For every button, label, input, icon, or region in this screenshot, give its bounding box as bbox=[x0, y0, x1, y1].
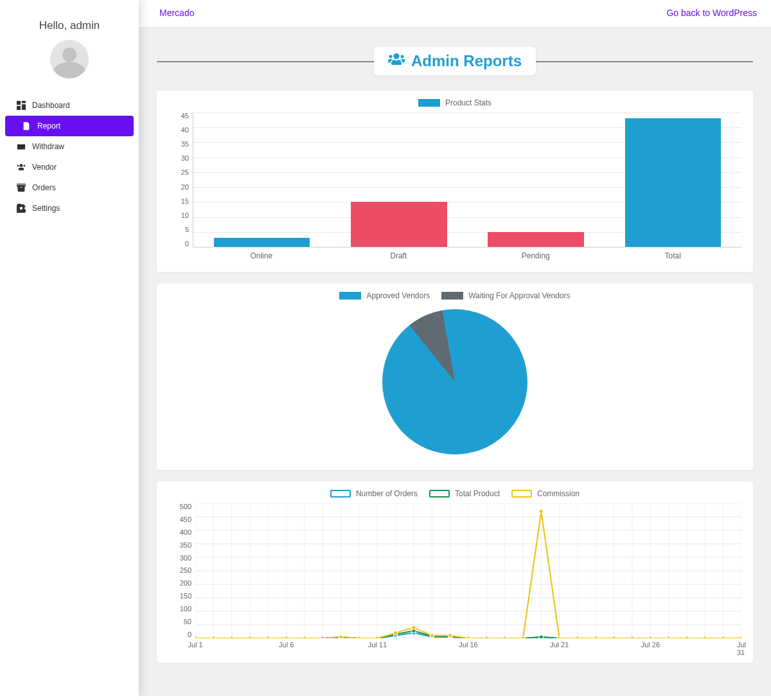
svg-point-124 bbox=[448, 634, 452, 638]
svg-point-128 bbox=[521, 636, 525, 638]
avatar bbox=[50, 40, 89, 78]
users-icon bbox=[388, 52, 405, 70]
svg-rect-2 bbox=[22, 104, 26, 110]
ytick-label: 30 bbox=[168, 155, 193, 162]
bar-cell bbox=[605, 112, 741, 247]
product-stats-card: Product Stats 454035302520151050 OnlineD… bbox=[157, 91, 753, 272]
ytick-label: 45 bbox=[168, 112, 193, 120]
bar bbox=[488, 232, 583, 247]
ytick-label: 20 bbox=[168, 184, 193, 191]
svg-point-130 bbox=[557, 636, 561, 638]
sidebar-item-report[interactable]: Report bbox=[5, 116, 134, 136]
sidebar-item-orders[interactable]: Orders bbox=[0, 177, 139, 198]
sidebar-item-settings[interactable]: Settings bbox=[0, 198, 139, 219]
svg-point-126 bbox=[484, 636, 488, 638]
orders-line-chart: 500450400350300250200150100500 Jul 1Jul … bbox=[168, 503, 741, 651]
sidebar-item-label: Orders bbox=[32, 183, 56, 192]
sidebar-item-label: Vendor bbox=[32, 163, 57, 172]
bar bbox=[214, 238, 310, 247]
legend-swatch-icon bbox=[339, 292, 361, 300]
svg-point-132 bbox=[594, 636, 598, 638]
sidebar-item-label: Report bbox=[37, 121, 60, 130]
ytick-label: 0 bbox=[168, 631, 195, 638]
legend-label: Commission bbox=[537, 489, 580, 498]
brand-link[interactable]: Mercado bbox=[159, 8, 194, 18]
orders-icon bbox=[17, 183, 26, 192]
svg-rect-1 bbox=[22, 101, 26, 103]
svg-rect-5 bbox=[17, 145, 25, 146]
legend-label: Number of Orders bbox=[356, 489, 418, 498]
svg-point-133 bbox=[612, 636, 616, 638]
svg-point-131 bbox=[576, 636, 580, 638]
svg-rect-0 bbox=[17, 101, 21, 105]
xtick-label: Draft bbox=[330, 251, 468, 260]
settings-icon bbox=[17, 204, 26, 213]
xtick-label: Jul 1 bbox=[188, 641, 202, 649]
svg-point-137 bbox=[685, 636, 689, 638]
page-title: Admin Reports bbox=[374, 47, 536, 75]
svg-point-98 bbox=[539, 635, 543, 638]
bar-chart-xaxis: OnlineDraftPendingTotal bbox=[193, 251, 741, 260]
dashboard-icon bbox=[17, 101, 26, 110]
ytick-label: 250 bbox=[168, 567, 195, 574]
pie-chart-wrap bbox=[168, 305, 741, 458]
product-stats-bar-chart: 454035302520151050 OnlineDraftPendingTot… bbox=[168, 112, 741, 260]
sidebar-item-vendor[interactable]: Vendor bbox=[0, 157, 139, 177]
page-title-wrap: Admin Reports bbox=[157, 47, 753, 75]
xtick-label: Jul 21 bbox=[550, 641, 569, 649]
svg-point-123 bbox=[430, 634, 434, 638]
legend-swatch-icon bbox=[511, 490, 532, 498]
back-to-wordpress-link[interactable]: Go back to WordPress bbox=[666, 8, 757, 18]
bar-cell bbox=[330, 112, 467, 247]
ytick-label: 0 bbox=[168, 240, 193, 247]
sidebar: Hello, admin DashboardReportWithdrawVend… bbox=[0, 0, 139, 696]
svg-point-113 bbox=[248, 636, 252, 638]
svg-point-114 bbox=[266, 636, 270, 638]
legend-swatch-icon bbox=[441, 292, 463, 300]
bar bbox=[351, 202, 447, 247]
content: Admin Reports Product Stats 454035302520… bbox=[139, 28, 771, 696]
svg-point-116 bbox=[303, 636, 306, 638]
svg-point-139 bbox=[721, 636, 725, 638]
sidebar-item-withdraw[interactable]: Withdraw bbox=[0, 136, 139, 157]
svg-point-125 bbox=[466, 636, 470, 638]
ytick-label: 350 bbox=[168, 542, 195, 549]
sidebar-item-label: Withdraw bbox=[32, 142, 64, 151]
bar-cell bbox=[193, 112, 330, 247]
ytick-label: 40 bbox=[168, 127, 193, 134]
ytick-label: 200 bbox=[168, 580, 195, 587]
legend-label: Waiting For Approval Vendors bbox=[468, 291, 570, 300]
svg-point-136 bbox=[666, 636, 670, 638]
topbar: Mercado Go back to WordPress bbox=[139, 0, 771, 28]
legend-swatch-icon bbox=[429, 490, 450, 498]
svg-point-111 bbox=[211, 636, 215, 638]
svg-rect-4 bbox=[17, 145, 25, 150]
svg-point-129 bbox=[539, 510, 543, 514]
bar bbox=[625, 118, 721, 247]
xtick-label: Jul 16 bbox=[459, 641, 477, 649]
legend-label: Total Product bbox=[455, 489, 500, 498]
legend-label: Product Stats bbox=[445, 98, 492, 107]
legend-item: Approved Vendors bbox=[339, 291, 430, 300]
line-chart-xaxis: Jul 1Jul 6Jul 11Jul 16Jul 21Jul 26Jul 31 bbox=[195, 641, 741, 651]
xtick-label: Pending bbox=[467, 251, 605, 260]
sidebar-item-label: Settings bbox=[32, 204, 60, 213]
bar-chart-legend: Product Stats bbox=[168, 98, 741, 107]
sidebar-item-label: Dashboard bbox=[32, 101, 70, 110]
ytick-label: 450 bbox=[168, 516, 195, 523]
svg-point-134 bbox=[630, 636, 634, 638]
svg-point-135 bbox=[648, 636, 652, 638]
svg-point-122 bbox=[412, 625, 416, 629]
report-icon bbox=[22, 121, 31, 130]
ytick-label: 100 bbox=[168, 606, 195, 613]
legend-label: Approved Vendors bbox=[366, 291, 430, 300]
ytick-label: 5 bbox=[168, 226, 193, 233]
legend-item: Waiting For Approval Vendors bbox=[441, 291, 570, 300]
xtick-label: Jul 31 bbox=[737, 641, 746, 656]
bar-chart-yaxis: 454035302520151050 bbox=[168, 112, 193, 247]
ytick-label: 15 bbox=[168, 198, 193, 205]
sidebar-item-dashboard[interactable]: Dashboard bbox=[0, 95, 139, 116]
profile-block: Hello, admin bbox=[0, 0, 139, 90]
withdraw-icon bbox=[17, 142, 26, 151]
ytick-label: 50 bbox=[168, 618, 195, 625]
